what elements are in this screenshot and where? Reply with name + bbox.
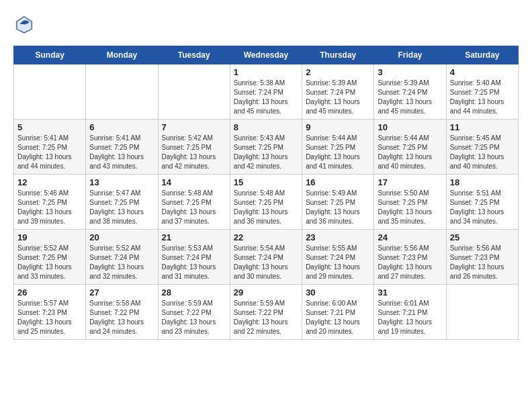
calendar-cell <box>86 64 158 120</box>
weekday-header-thursday: Thursday <box>302 46 374 64</box>
day-number: 30 <box>306 287 370 298</box>
calendar-cell: 3Sunrise: 5:39 AM Sunset: 7:24 PM Daylig… <box>374 64 446 120</box>
calendar-cell <box>158 64 230 120</box>
day-info: Sunrise: 5:57 AM Sunset: 7:23 PM Dayligh… <box>17 299 82 336</box>
day-info: Sunrise: 5:47 AM Sunset: 7:25 PM Dayligh… <box>89 189 154 226</box>
week-row-1: 1Sunrise: 5:38 AM Sunset: 7:24 PM Daylig… <box>14 64 519 120</box>
calendar-cell: 24Sunrise: 5:56 AM Sunset: 7:23 PM Dayli… <box>374 230 446 285</box>
week-row-4: 19Sunrise: 5:52 AM Sunset: 7:25 PM Dayli… <box>14 230 519 285</box>
day-info: Sunrise: 5:53 AM Sunset: 7:24 PM Dayligh… <box>162 244 226 281</box>
calendar-cell: 28Sunrise: 5:59 AM Sunset: 7:22 PM Dayli… <box>158 285 230 340</box>
calendar-cell: 14Sunrise: 5:48 AM Sunset: 7:25 PM Dayli… <box>158 175 230 230</box>
day-info: Sunrise: 5:48 AM Sunset: 7:25 PM Dayligh… <box>162 189 226 226</box>
day-number: 4 <box>450 67 515 77</box>
day-info: Sunrise: 5:39 AM Sunset: 7:24 PM Dayligh… <box>306 79 370 116</box>
day-info: Sunrise: 5:51 AM Sunset: 7:25 PM Dayligh… <box>450 189 515 226</box>
calendar-cell: 22Sunrise: 5:54 AM Sunset: 7:24 PM Dayli… <box>230 230 302 285</box>
calendar-cell: 12Sunrise: 5:46 AM Sunset: 7:25 PM Dayli… <box>14 175 86 230</box>
day-info: Sunrise: 5:49 AM Sunset: 7:25 PM Dayligh… <box>306 189 370 226</box>
day-number: 14 <box>162 177 226 187</box>
day-info: Sunrise: 5:41 AM Sunset: 7:25 PM Dayligh… <box>89 134 154 171</box>
day-info: Sunrise: 5:45 AM Sunset: 7:25 PM Dayligh… <box>450 134 515 171</box>
calendar-cell: 20Sunrise: 5:52 AM Sunset: 7:24 PM Dayli… <box>86 230 158 285</box>
calendar-cell <box>446 285 518 340</box>
weekday-header-friday: Friday <box>374 46 446 64</box>
calendar-cell: 4Sunrise: 5:40 AM Sunset: 7:25 PM Daylig… <box>446 64 518 120</box>
week-row-5: 26Sunrise: 5:57 AM Sunset: 7:23 PM Dayli… <box>14 285 519 340</box>
day-number: 2 <box>306 67 370 77</box>
day-info: Sunrise: 5:43 AM Sunset: 7:25 PM Dayligh… <box>234 134 298 171</box>
calendar-cell: 30Sunrise: 6:00 AM Sunset: 7:21 PM Dayli… <box>302 285 374 340</box>
week-row-3: 12Sunrise: 5:46 AM Sunset: 7:25 PM Dayli… <box>14 175 519 230</box>
day-info: Sunrise: 5:39 AM Sunset: 7:24 PM Dayligh… <box>378 79 442 116</box>
calendar-cell: 17Sunrise: 5:50 AM Sunset: 7:25 PM Dayli… <box>374 175 446 230</box>
calendar-cell: 10Sunrise: 5:44 AM Sunset: 7:25 PM Dayli… <box>374 120 446 175</box>
week-row-2: 5Sunrise: 5:41 AM Sunset: 7:25 PM Daylig… <box>14 120 519 175</box>
logo-icon <box>13 13 35 35</box>
day-number: 26 <box>17 287 82 298</box>
svg-marker-0 <box>15 15 33 34</box>
day-number: 7 <box>162 122 226 132</box>
weekday-header-row: SundayMondayTuesdayWednesdayThursdayFrid… <box>14 46 519 64</box>
calendar-cell: 7Sunrise: 5:42 AM Sunset: 7:25 PM Daylig… <box>158 120 230 175</box>
day-info: Sunrise: 5:41 AM Sunset: 7:25 PM Dayligh… <box>17 134 82 171</box>
day-info: Sunrise: 5:52 AM Sunset: 7:25 PM Dayligh… <box>17 244 82 281</box>
day-info: Sunrise: 6:01 AM Sunset: 7:21 PM Dayligh… <box>378 299 442 336</box>
day-number: 31 <box>378 287 442 298</box>
day-number: 19 <box>17 232 82 242</box>
day-number: 6 <box>89 122 154 132</box>
day-info: Sunrise: 5:44 AM Sunset: 7:25 PM Dayligh… <box>306 134 370 171</box>
day-number: 20 <box>89 232 154 242</box>
day-number: 22 <box>234 232 298 242</box>
day-info: Sunrise: 5:59 AM Sunset: 7:22 PM Dayligh… <box>234 299 298 336</box>
day-info: Sunrise: 6:00 AM Sunset: 7:21 PM Dayligh… <box>306 299 370 336</box>
calendar-table: SundayMondayTuesdayWednesdayThursdayFrid… <box>13 46 519 340</box>
day-info: Sunrise: 5:42 AM Sunset: 7:25 PM Dayligh… <box>162 134 226 171</box>
day-info: Sunrise: 5:56 AM Sunset: 7:23 PM Dayligh… <box>450 244 515 281</box>
day-number: 18 <box>450 177 515 187</box>
day-number: 8 <box>234 122 298 132</box>
day-info: Sunrise: 5:52 AM Sunset: 7:24 PM Dayligh… <box>89 244 154 281</box>
day-info: Sunrise: 5:55 AM Sunset: 7:24 PM Dayligh… <box>306 244 370 281</box>
day-number: 21 <box>162 232 226 242</box>
day-number: 17 <box>378 177 442 187</box>
day-info: Sunrise: 5:59 AM Sunset: 7:22 PM Dayligh… <box>162 299 226 336</box>
day-info: Sunrise: 5:50 AM Sunset: 7:25 PM Dayligh… <box>378 189 442 226</box>
day-number: 1 <box>234 67 298 77</box>
day-number: 25 <box>450 232 515 242</box>
day-number: 12 <box>17 177 82 187</box>
calendar-cell: 15Sunrise: 5:48 AM Sunset: 7:25 PM Dayli… <box>230 175 302 230</box>
day-number: 28 <box>162 287 226 298</box>
calendar-cell: 19Sunrise: 5:52 AM Sunset: 7:25 PM Dayli… <box>14 230 86 285</box>
day-info: Sunrise: 5:38 AM Sunset: 7:24 PM Dayligh… <box>234 79 298 116</box>
day-number: 9 <box>306 122 370 132</box>
calendar-cell: 31Sunrise: 6:01 AM Sunset: 7:21 PM Dayli… <box>374 285 446 340</box>
day-number: 3 <box>378 67 442 77</box>
calendar-cell: 13Sunrise: 5:47 AM Sunset: 7:25 PM Dayli… <box>86 175 158 230</box>
calendar-cell: 9Sunrise: 5:44 AM Sunset: 7:25 PM Daylig… <box>302 120 374 175</box>
day-info: Sunrise: 5:56 AM Sunset: 7:23 PM Dayligh… <box>378 244 442 281</box>
day-info: Sunrise: 5:48 AM Sunset: 7:25 PM Dayligh… <box>234 189 298 226</box>
logo <box>13 13 38 35</box>
day-number: 23 <box>306 232 370 242</box>
day-number: 15 <box>234 177 298 187</box>
weekday-header-saturday: Saturday <box>446 46 518 64</box>
page-header <box>13 13 519 35</box>
calendar-cell: 23Sunrise: 5:55 AM Sunset: 7:24 PM Dayli… <box>302 230 374 285</box>
calendar-cell: 6Sunrise: 5:41 AM Sunset: 7:25 PM Daylig… <box>86 120 158 175</box>
day-info: Sunrise: 5:46 AM Sunset: 7:25 PM Dayligh… <box>17 189 82 226</box>
calendar-cell: 26Sunrise: 5:57 AM Sunset: 7:23 PM Dayli… <box>14 285 86 340</box>
weekday-header-monday: Monday <box>86 46 158 64</box>
weekday-header-tuesday: Tuesday <box>158 46 230 64</box>
calendar-cell <box>14 64 86 120</box>
day-info: Sunrise: 5:54 AM Sunset: 7:24 PM Dayligh… <box>234 244 298 281</box>
weekday-header-wednesday: Wednesday <box>230 46 302 64</box>
day-info: Sunrise: 5:58 AM Sunset: 7:22 PM Dayligh… <box>89 299 154 336</box>
calendar-cell: 2Sunrise: 5:39 AM Sunset: 7:24 PM Daylig… <box>302 64 374 120</box>
day-number: 29 <box>234 287 298 298</box>
calendar-cell: 27Sunrise: 5:58 AM Sunset: 7:22 PM Dayli… <box>86 285 158 340</box>
calendar-cell: 25Sunrise: 5:56 AM Sunset: 7:23 PM Dayli… <box>446 230 518 285</box>
calendar-cell: 16Sunrise: 5:49 AM Sunset: 7:25 PM Dayli… <box>302 175 374 230</box>
day-number: 27 <box>89 287 154 298</box>
day-info: Sunrise: 5:44 AM Sunset: 7:25 PM Dayligh… <box>378 134 442 171</box>
